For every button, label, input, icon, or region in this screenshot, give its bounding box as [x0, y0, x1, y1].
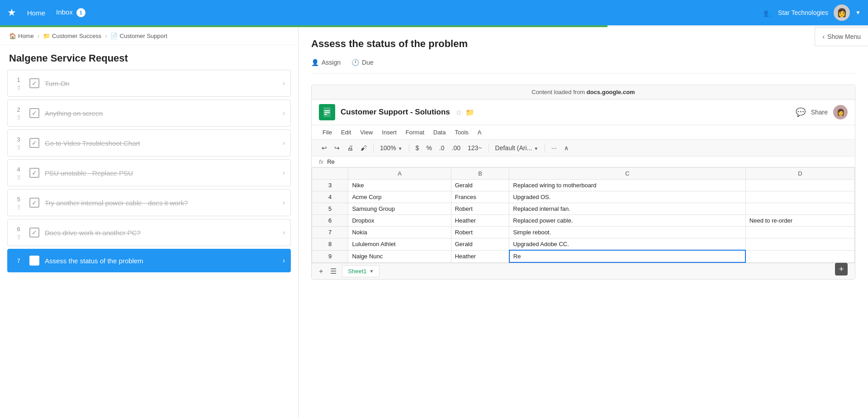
cell-4a[interactable]: Acme Corp [348, 191, 451, 203]
org-label: Star Technologies [778, 9, 828, 16]
menu-insert[interactable]: Insert [378, 127, 400, 138]
cell-4c[interactable]: Upgraded OS. [509, 191, 746, 203]
cell-8c[interactable]: Upgraded Adobe CC. [509, 238, 746, 251]
more-options-button[interactable]: ··· [549, 142, 560, 153]
cell-7a[interactable]: Nokia [348, 227, 451, 238]
sheets-doc-title: Customer Support - Solutions [341, 108, 450, 117]
add-sheet-button[interactable]: + [317, 266, 325, 277]
due-date-button[interactable]: 🕐 Due [351, 59, 374, 66]
task-item[interactable]: 6 ⣿ ✓ Does drive work in another PC? › [7, 219, 291, 246]
main-layout: 🏠 Home › 📁 Customer Success › 📄 Customer… [0, 27, 868, 418]
table-row: 8 Lululemon Athlet Gerald Upgraded Adobe… [312, 238, 855, 251]
cell-3a[interactable]: Nike [348, 180, 451, 191]
col-header-c[interactable]: C [509, 168, 746, 180]
number-format-button[interactable]: 123~ [465, 142, 485, 153]
cell-5b[interactable]: Robert [451, 203, 509, 215]
sheets-list-button[interactable]: ☰ [328, 265, 338, 277]
cell-9b[interactable]: Heather [451, 250, 509, 262]
cell-9d[interactable] [745, 250, 854, 262]
task-checkbox[interactable]: ✓ [29, 198, 39, 208]
cell-8b[interactable]: Gerald [451, 238, 509, 251]
cell-4d[interactable] [745, 191, 854, 203]
row-num: 3 [312, 180, 348, 191]
cell-9a[interactable]: Nalge Nunc [348, 250, 451, 262]
undo-button[interactable]: ↩ [319, 142, 330, 153]
task-checkbox[interactable]: ✓ [29, 228, 39, 238]
task-item[interactable]: 2 ⣿ ✓ Anything on screen › [7, 100, 291, 127]
cell-6a[interactable]: Dropbox [348, 215, 451, 227]
inbox-nav-link[interactable]: Inbox 1 [56, 8, 85, 17]
task-item[interactable]: 4 ⣿ ✓ PSU unstable - Replace PSU › [7, 159, 291, 186]
task-item-active[interactable]: 7 Assess the status of the problem › [7, 249, 291, 272]
zoom-select[interactable]: 100% ▼ [377, 142, 405, 153]
task-checkbox[interactable]: ✓ [29, 78, 39, 88]
font-family-select[interactable]: Default (Ari... ▼ [493, 142, 541, 153]
cell-3b[interactable]: Gerald [451, 180, 509, 191]
menu-file[interactable]: File [319, 127, 336, 138]
cell-7c[interactable]: Simple reboot. [509, 227, 746, 238]
menu-edit[interactable]: Edit [337, 127, 355, 138]
menu-data[interactable]: Data [430, 127, 449, 138]
task-checkbox[interactable]: ✓ [29, 168, 39, 178]
cell-6d[interactable]: Need to re-order [745, 215, 854, 227]
cell-8a[interactable]: Lululemon Athlet [348, 238, 451, 251]
menu-tools[interactable]: Tools [451, 127, 472, 138]
sheets-header: Content loaded from docs.google.com [312, 85, 855, 100]
cell-7d[interactable] [745, 227, 854, 238]
task-item[interactable]: 3 ⣿ ✓ Go to Video Troubleshoot Chart › [7, 129, 291, 157]
task-checkbox[interactable]: ✓ [29, 138, 39, 148]
new-item-button[interactable]: + [835, 263, 848, 276]
paint-format-button[interactable]: 🖌 [358, 142, 370, 153]
home-nav-link[interactable]: Home [27, 9, 45, 17]
sheets-grid[interactable]: A B C D 3 Nike Gerald Replaced wiring to… [312, 167, 855, 263]
col-header-d[interactable]: D [745, 168, 854, 180]
dollar-format-button[interactable]: $ [413, 142, 422, 153]
dropdown-icon[interactable]: ▼ [855, 10, 861, 16]
show-menu-button[interactable]: ‹ Show Menu [815, 27, 868, 46]
star-icon[interactable]: ☆ [455, 108, 462, 117]
col-header-a[interactable]: A [348, 168, 451, 180]
cell-3c[interactable]: Replaced wiring to motherboard [509, 180, 746, 191]
menu-format[interactable]: Format [402, 127, 428, 138]
menu-view[interactable]: View [356, 127, 376, 138]
col-header-b[interactable]: B [451, 168, 509, 180]
cell-5d[interactable] [745, 203, 854, 215]
breadcrumb-section[interactable]: 📁 Customer Success [43, 33, 101, 39]
sheet-tab-1[interactable]: Sheet1 ▼ [342, 265, 379, 277]
comment-icon[interactable]: 💬 [796, 107, 806, 117]
cell-3d[interactable] [745, 180, 854, 191]
decimal-increase-button[interactable]: .00 [449, 142, 463, 153]
percent-format-button[interactable]: % [423, 142, 434, 153]
task-item[interactable]: 5 ⣿ ✓ Try another internal power cable -… [7, 189, 291, 216]
cell-5c[interactable]: Replaced internal fan. [509, 203, 746, 215]
task-number: 7 [13, 257, 24, 264]
folder-icon[interactable]: 📁 [465, 108, 474, 117]
cell-6c[interactable]: Replaced power cable. [509, 215, 746, 227]
row-num: 7 [312, 227, 348, 238]
task-checkbox[interactable] [29, 256, 39, 266]
decimal-decrease-button[interactable]: .0 [436, 142, 447, 153]
sheets-menubar: File Edit View Insert Format Data Tools … [312, 125, 855, 140]
menu-more[interactable]: A [474, 127, 485, 138]
task-detail-title: Assess the status of the problem [311, 38, 855, 50]
cell-6b[interactable]: Heather [451, 215, 509, 227]
share-button[interactable]: Share [811, 109, 828, 116]
breadcrumb-page[interactable]: 📄 Customer Support [110, 33, 167, 39]
cell-9c-active[interactable]: Re [509, 250, 746, 262]
sheets-title-area: Customer Support - Solutions ☆ 📁 [319, 104, 474, 120]
assign-button[interactable]: 👤 Assign [311, 59, 341, 66]
redo-button[interactable]: ↪ [332, 142, 342, 153]
cell-5a[interactable]: Samsung Group [348, 203, 451, 215]
sheets-tabs: + ☰ Sheet1 ▼ + [312, 263, 855, 279]
cell-7b[interactable]: Robert [451, 227, 509, 238]
formula-input[interactable] [327, 158, 848, 165]
avatar[interactable]: 👩 [834, 5, 850, 21]
cell-4b[interactable]: Frances [451, 191, 509, 203]
print-button[interactable]: 🖨 [344, 142, 356, 153]
collapse-toolbar-button[interactable]: ∧ [561, 142, 571, 153]
cell-8d[interactable] [745, 238, 854, 251]
task-item[interactable]: 1 ⣿ ✓ Turn On › [7, 70, 291, 97]
task-checkbox[interactable]: ✓ [29, 108, 39, 118]
logo-icon[interactable]: ★ [7, 7, 16, 19]
breadcrumb-home[interactable]: 🏠 Home [9, 33, 34, 39]
